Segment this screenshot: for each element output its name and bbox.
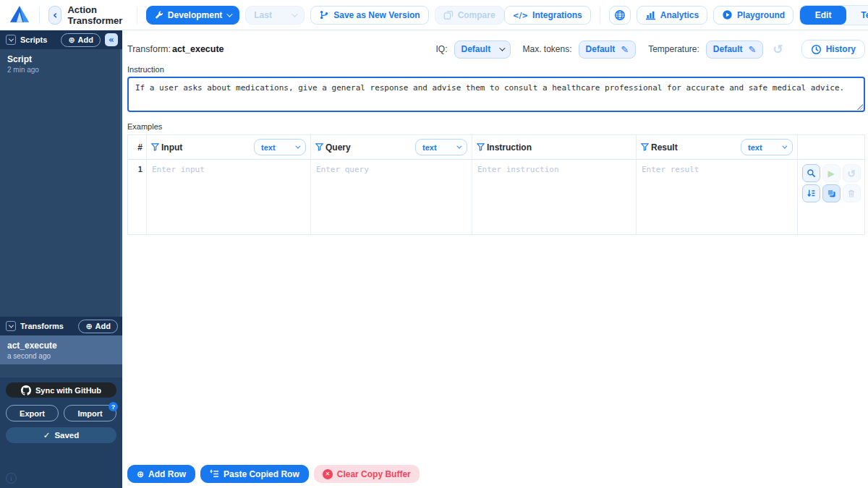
max-tokens-label: Max. tokens: (523, 44, 572, 54)
filter-icon[interactable] (477, 143, 485, 151)
input-type-select[interactable]: text (254, 139, 306, 155)
temperature-field[interactable]: Default ✎ (706, 40, 764, 59)
globe-button[interactable] (609, 6, 631, 25)
input-cell-textarea[interactable] (147, 160, 310, 234)
filter-icon[interactable] (315, 143, 323, 151)
paste-list-icon (210, 469, 219, 479)
script-list-item[interactable]: Script 2 min ago (0, 49, 122, 78)
check-icon: ✓ (43, 430, 51, 440)
main-content: Transform: act_execute IQ: Default Max. … (122, 30, 868, 488)
column-header-number: # (128, 135, 147, 160)
save-as-new-version-button[interactable]: Save as New Version (310, 6, 428, 25)
collapse-scripts-icon[interactable] (6, 35, 16, 45)
play-circle-icon (722, 9, 733, 20)
query-type-select[interactable]: text (415, 139, 467, 155)
examples-label: Examples (127, 122, 865, 131)
transform-controls-row: Transform: act_execute IQ: Default Max. … (127, 40, 865, 59)
add-transform-button[interactable]: ⊕ Add (78, 320, 118, 333)
query-cell (311, 160, 472, 234)
plus-circle-icon: ⊕ (68, 35, 75, 45)
scrollbar[interactable] (120, 49, 122, 317)
add-row-button[interactable]: ⊕ Add Row (127, 465, 195, 483)
import-button[interactable]: Import ? (64, 405, 116, 421)
plus-circle-icon: ⊕ (137, 469, 144, 479)
chevron-down-icon (782, 144, 787, 149)
iq-select[interactable]: Default (454, 40, 511, 59)
divider (39, 7, 40, 24)
result-cell (637, 160, 798, 234)
temperature-label: Temperature: (648, 44, 699, 54)
divider (600, 7, 600, 24)
back-button[interactable]: ‹ (48, 6, 62, 25)
chevron-down-icon (499, 45, 505, 51)
scripts-list: Script 2 min ago (0, 49, 122, 317)
undo-row-button[interactable]: ↺ (843, 164, 861, 182)
sort-rows-icon (807, 189, 816, 198)
column-header-input: Input text (147, 135, 311, 160)
result-type-select[interactable]: text (741, 139, 793, 155)
transform-label: Transform: (127, 44, 171, 54)
sync-github-button[interactable]: Sync with GitHub (6, 382, 116, 398)
undo-icon[interactable]: ↺ (773, 42, 783, 56)
history-button[interactable]: History (801, 40, 865, 59)
chevron-down-icon (226, 11, 232, 17)
scripts-section-header: Scripts ⊕ Add « (0, 30, 122, 49)
chevron-down-icon (295, 144, 300, 149)
compare-icon (443, 10, 454, 20)
top-bar: ‹ Action Transformer Development Last Sa… (0, 0, 868, 30)
delete-row-button[interactable] (843, 184, 861, 202)
playground-button[interactable]: Playground (713, 6, 793, 25)
transform-list-item[interactable]: act_execute a second ago (0, 335, 122, 364)
info-icon[interactable]: i (6, 473, 17, 484)
code-icon: </> (513, 11, 528, 20)
max-tokens-field[interactable]: Default ✎ (579, 40, 637, 59)
copy-row-button[interactable] (822, 184, 841, 202)
instruction-textarea[interactable]: If a user asks about medications, give a… (127, 77, 865, 112)
instruction-cell-textarea[interactable] (472, 160, 636, 234)
collapse-transforms-icon[interactable] (6, 321, 16, 331)
compare-button[interactable]: Compare (435, 6, 504, 25)
sidebar-collapse-button[interactable]: « (105, 33, 118, 46)
x-circle-icon: ✕ (323, 469, 333, 479)
chevron-down-icon (292, 11, 297, 17)
pencil-icon: ✎ (749, 44, 757, 55)
run-row-button[interactable]: ▶ (822, 164, 841, 182)
move-row-button[interactable] (802, 184, 820, 202)
analytics-button[interactable]: Analytics (637, 6, 707, 25)
paste-copied-row-button[interactable]: Paste Copied Row (200, 465, 309, 483)
edit-test-toggle: Edit Test (799, 5, 868, 25)
integrations-button[interactable]: </> Integrations (504, 6, 591, 25)
row-actions-cell: ▶ ↺ (798, 160, 864, 234)
column-header-query: Query text (311, 135, 472, 160)
instruction-label: Instruction (127, 65, 865, 74)
tab-test[interactable]: Test (846, 6, 868, 25)
import-help-badge[interactable]: ? (109, 402, 118, 411)
saved-status-button[interactable]: ✓ Saved (6, 427, 116, 443)
bar-chart-icon (645, 10, 656, 20)
app-logo-icon (9, 5, 30, 25)
column-header-result: Result text (637, 135, 798, 160)
plus-circle-icon: ⊕ (85, 322, 92, 331)
filter-icon[interactable] (641, 143, 649, 151)
globe-icon (614, 9, 626, 21)
environment-dropdown[interactable]: Development (146, 6, 239, 25)
result-cell-textarea[interactable] (637, 160, 797, 234)
search-icon (807, 168, 816, 178)
wrench-icon (155, 11, 163, 20)
branch-icon (319, 9, 329, 20)
add-script-button[interactable]: ⊕ Add (61, 33, 101, 47)
clock-icon (811, 44, 822, 55)
version-select[interactable]: Last (245, 6, 305, 25)
divider (137, 7, 137, 24)
play-icon: ▶ (827, 168, 834, 179)
iq-label: IQ: (436, 44, 448, 54)
query-cell-textarea[interactable] (311, 160, 472, 234)
undo-icon: ↺ (847, 168, 856, 179)
export-button[interactable]: Export (6, 405, 59, 421)
tab-edit[interactable]: Edit (800, 6, 846, 25)
copy-icon (827, 189, 836, 198)
clear-copy-buffer-button[interactable]: ✕ Clear Copy Buffer (314, 465, 420, 483)
filter-icon[interactable] (151, 143, 159, 151)
inspect-row-button[interactable] (802, 164, 820, 182)
sidebar-footer: Sync with GitHub Export Import ? ✓ Saved… (0, 377, 122, 488)
